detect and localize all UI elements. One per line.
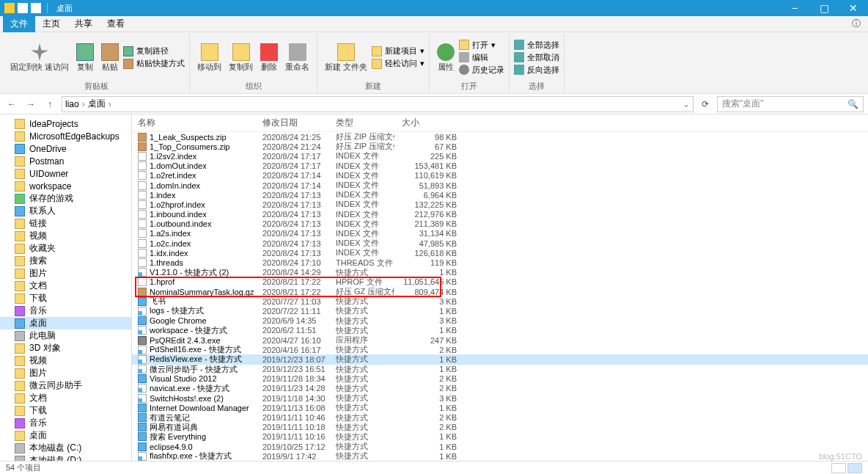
file-row[interactable]: Visual Studio 20122019/11/28 18:34快捷方式2 … xyxy=(132,374,868,384)
tab-home[interactable]: 主页 xyxy=(35,15,67,32)
file-row[interactable]: 1.o2hprof.index2020/8/24 17:13INDEX 文件13… xyxy=(132,200,868,209)
tab-share[interactable]: 共享 xyxy=(67,15,100,32)
new-folder-button[interactable]: 新建 文件夹 xyxy=(322,42,370,73)
properties-button[interactable]: 属性 xyxy=(434,42,457,73)
file-row[interactable]: 1.domOut.index2020/8/24 17:17INDEX 文件153… xyxy=(132,161,868,171)
file-row[interactable]: 1.outbound.index2020/8/24 17:13INDEX 文件2… xyxy=(132,219,868,229)
breadcrumb-dropdown-icon[interactable]: ⌄ xyxy=(683,99,690,109)
sidebar-item[interactable]: Postman xyxy=(0,155,131,167)
view-details-button[interactable] xyxy=(831,463,846,473)
sidebar-item[interactable]: 下载 xyxy=(0,404,131,417)
sidebar-item[interactable]: 文档 xyxy=(0,280,131,292)
file-row[interactable]: V1.21.0 - 快捷方式 (2)2020/8/24 14:29快捷方式1 K… xyxy=(132,268,868,277)
file-row[interactable]: 1.inbound.index2020/8/24 17:13INDEX 文件21… xyxy=(132,210,868,219)
sidebar-item[interactable]: 桌面 xyxy=(0,429,131,442)
sidebar-item[interactable]: 微云同步助手 xyxy=(0,379,131,392)
sidebar-item[interactable]: 视频 xyxy=(0,354,131,367)
breadcrumb[interactable]: liao› 桌面› ⌄ xyxy=(62,96,694,112)
pin-to-quick-access-button[interactable]: 固定到快 速访问 xyxy=(7,42,72,73)
file-row[interactable]: 搜索 Everything2019/11/11 10:16快捷方式1 KB xyxy=(132,432,868,442)
file-row[interactable]: 1.index2020/8/24 17:13INDEX 文件6,964 KB xyxy=(132,190,868,200)
sidebar-item[interactable]: 本地磁盘 (D:) xyxy=(0,454,131,461)
sidebar-item[interactable]: workspace xyxy=(0,180,131,192)
qa-tool-icon[interactable] xyxy=(18,3,28,13)
search-input[interactable]: 搜索"桌面" 🔍 xyxy=(717,96,864,112)
file-row[interactable]: PdShell16.exe - 快捷方式2020/4/16 16:17快捷方式2… xyxy=(132,345,868,354)
sidebar-item[interactable]: 视频 xyxy=(0,230,131,242)
file-row[interactable]: 1.hprof2020/8/21 17:22HPROF 文件11,051,645… xyxy=(132,277,868,287)
file-row[interactable]: RedisView.exe - 快捷方式2019/12/23 18:07快捷方式… xyxy=(132,354,868,364)
sidebar-item[interactable]: 桌面 xyxy=(0,317,131,329)
sidebar-item[interactable]: MicrosoftEdgeBackups xyxy=(0,130,131,142)
col-type[interactable]: 类型 xyxy=(336,117,394,129)
col-name[interactable]: 名称 xyxy=(138,117,255,129)
file-row[interactable]: 飞书2020/7/27 11:03快捷方式3 KB xyxy=(132,296,868,306)
col-size[interactable]: 大小 xyxy=(402,117,457,129)
copy-path-button[interactable]: 复制路径 xyxy=(123,45,185,56)
file-row[interactable]: 1.i2sv2.index2020/8/24 17:17INDEX 文件225 … xyxy=(132,151,868,161)
file-row[interactable]: 网易有道词典2019/11/11 10:18快捷方式2 KB xyxy=(132,423,868,432)
sidebar-item[interactable]: IdeaProjects xyxy=(0,117,131,130)
file-row[interactable]: 1.idx.index2020/8/24 17:13INDEX 文件126,61… xyxy=(132,248,868,258)
maximize-button[interactable]: ▢ xyxy=(809,0,839,16)
file-row[interactable]: SwitchHosts!.exe (2)2019/11/18 14:30快捷方式… xyxy=(132,393,868,403)
sidebar-item[interactable]: 下载 xyxy=(0,292,131,305)
sidebar-item[interactable]: 联系人 xyxy=(0,205,131,217)
refresh-button[interactable]: ⟳ xyxy=(698,99,713,109)
view-icons-button[interactable] xyxy=(847,463,862,473)
sidebar-item[interactable]: 本地磁盘 (C:) xyxy=(0,442,131,454)
file-row[interactable]: 1.o2c.index2020/8/24 17:13INDEX 文件47,985… xyxy=(132,238,868,248)
file-row[interactable]: 1.a2s.index2020/8/24 17:13INDEX 文件31,134… xyxy=(132,229,868,238)
file-row[interactable]: workspace - 快捷方式2020/6/2 11:51快捷方式1 KB xyxy=(132,326,868,335)
tab-file[interactable]: 文件 xyxy=(3,15,35,32)
sidebar-item[interactable]: UIDowner xyxy=(0,167,131,180)
sidebar-item[interactable]: 搜索 xyxy=(0,255,131,267)
minimize-button[interactable]: − xyxy=(780,0,809,16)
history-button[interactable]: 历史记录 xyxy=(459,65,504,76)
rename-button[interactable]: 重命名 xyxy=(282,42,312,73)
file-row[interactable]: 有道云笔记2019/11/11 10:46快捷方式2 KB xyxy=(132,412,868,422)
new-item-button[interactable]: 新建项目 ▾ xyxy=(372,45,424,56)
file-row[interactable]: flashfxp.exe - 快捷方式2019/9/1 17:42快捷方式1 K… xyxy=(132,451,868,461)
open-button[interactable]: 打开 ▾ xyxy=(459,40,504,51)
sidebar-item[interactable]: 图片 xyxy=(0,267,131,280)
sidebar-item[interactable]: 收藏夹 xyxy=(0,242,131,255)
paste-button[interactable]: 粘贴 xyxy=(98,42,122,73)
file-row[interactable]: logs - 快捷方式2020/7/22 11:11快捷方式1 KB xyxy=(132,306,868,316)
sidebar-item[interactable]: OneDrive xyxy=(0,142,131,155)
edit-button[interactable]: 编辑 xyxy=(459,52,504,63)
invert-selection-button[interactable]: 反向选择 xyxy=(514,65,559,76)
file-row[interactable]: 1_Top_Consumers.zip2020/8/24 21:24好压 ZIP… xyxy=(132,142,868,151)
qa-tool-icon[interactable] xyxy=(31,3,41,13)
file-row[interactable]: eclipse4.9.02019/10/25 17:12快捷方式1 KB xyxy=(132,442,868,451)
tab-view[interactable]: 查看 xyxy=(100,15,132,32)
sidebar[interactable]: IdeaProjectsMicrosoftEdgeBackupsOneDrive… xyxy=(0,114,132,461)
file-list[interactable]: 1_Leak_Suspects.zip2020/8/24 21:25好压 ZIP… xyxy=(132,132,868,461)
col-date[interactable]: 修改日期 xyxy=(262,117,328,129)
close-button[interactable]: ✕ xyxy=(839,0,868,16)
sidebar-item[interactable]: 图片 xyxy=(0,367,131,379)
crumb-1[interactable]: 桌面 xyxy=(88,98,106,110)
up-button[interactable]: ↑ xyxy=(43,99,57,109)
back-button[interactable]: ← xyxy=(4,99,19,109)
sidebar-item[interactable]: 音乐 xyxy=(0,305,131,317)
paste-shortcut-button[interactable]: 粘贴快捷方式 xyxy=(123,58,185,69)
forward-button[interactable]: → xyxy=(23,99,38,109)
sidebar-item[interactable]: 文档 xyxy=(0,392,131,404)
sidebar-item[interactable]: 3D 对象 xyxy=(0,342,131,354)
crumb-0[interactable]: liao xyxy=(65,99,79,109)
delete-button[interactable]: 删除 xyxy=(257,42,281,73)
sidebar-item[interactable]: 保存的游戏 xyxy=(0,192,131,205)
sidebar-item[interactable]: 链接 xyxy=(0,217,131,230)
file-row[interactable]: 1.threads2020/8/24 17:10THREADS 文件119 KB xyxy=(132,258,868,267)
file-row[interactable]: NominalSummaryTask.log.gz2020/8/21 17:22… xyxy=(132,287,868,296)
file-row[interactable]: 1.o2ret.index2020/8/24 17:14INDEX 文件110,… xyxy=(132,171,868,181)
file-row[interactable]: PsQREdit 2.4.3.exe2020/4/27 16:10应用程序247… xyxy=(132,335,868,345)
file-row[interactable]: 1_Leak_Suspects.zip2020/8/24 21:25好压 ZIP… xyxy=(132,132,868,142)
copy-to-button[interactable]: 复制到 xyxy=(226,42,256,73)
sidebar-item[interactable]: 此电脑 xyxy=(0,329,131,342)
file-row[interactable]: navicat.exe - 快捷方式2019/11/23 14:28快捷方式2 … xyxy=(132,384,868,393)
file-row[interactable]: Internet Download Manager2019/11/13 16:0… xyxy=(132,403,868,412)
move-to-button[interactable]: 移动到 xyxy=(194,42,224,73)
copy-button[interactable]: 复制 xyxy=(73,42,97,73)
